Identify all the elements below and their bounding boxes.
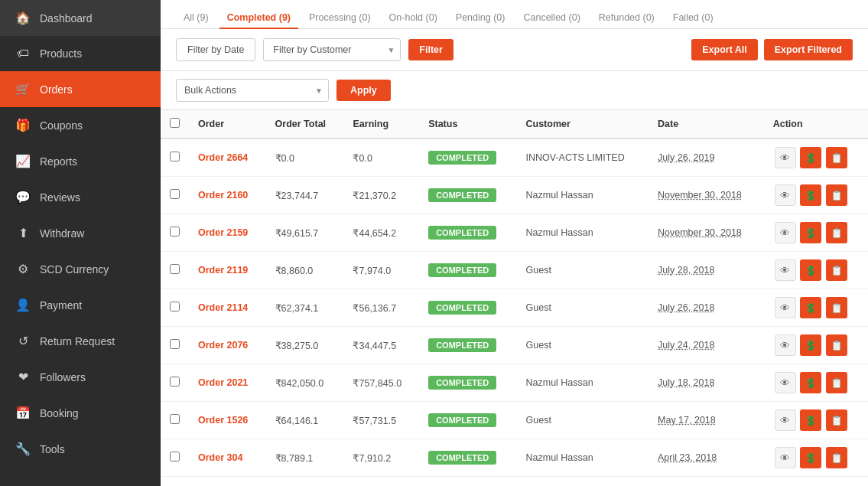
date-text: July 24, 2018 <box>658 340 714 351</box>
row-customer: Nazmul Hassan <box>517 177 649 214</box>
status-badge: Completed <box>428 376 496 390</box>
order-link[interactable]: Order 2160 <box>198 190 248 201</box>
sidebar-item-booking[interactable]: 📅 Booking <box>0 395 161 431</box>
edit-button[interactable]: 💲 <box>800 222 821 243</box>
row-checkbox[interactable] <box>170 189 180 199</box>
booking-icon: 📅 <box>15 406 31 420</box>
edit-button[interactable]: 💲 <box>800 409 821 431</box>
row-checkbox-cell <box>161 177 189 214</box>
edit-button[interactable]: 💲 <box>800 147 821 168</box>
row-customer: Guest <box>517 252 649 289</box>
th-order-total: Order Total <box>266 110 344 139</box>
tab-processing[interactable]: Processing (0) <box>301 8 379 29</box>
order-link[interactable]: Order 2114 <box>198 302 248 313</box>
view-button[interactable]: 👁 <box>775 409 796 431</box>
view-button[interactable]: 👁 <box>775 447 796 468</box>
row-checkbox-cell <box>161 439 189 477</box>
table-row: Order 2021 ₹842,050.0 ₹757,845.0 Complet… <box>161 364 868 402</box>
row-checkbox[interactable] <box>170 452 180 462</box>
tab-pending[interactable]: Pending (0) <box>448 8 513 29</box>
edit-button[interactable]: 💲 <box>800 447 821 468</box>
delete-button[interactable]: 📋 <box>826 372 847 393</box>
sidebar-item-reviews[interactable]: 💬 Reviews <box>0 179 161 215</box>
tab-failed[interactable]: Failed (0) <box>665 8 721 29</box>
view-button[interactable]: 👁 <box>775 147 796 168</box>
view-button[interactable]: 👁 <box>775 259 796 281</box>
orders-icon: 🛒 <box>15 82 31 96</box>
tab-all[interactable]: All (9) <box>176 8 216 29</box>
sidebar-item-withdraw[interactable]: ⬆ Withdraw <box>0 215 161 251</box>
edit-button[interactable]: 💲 <box>800 372 821 393</box>
sidebar-item-dashboard[interactable]: 🏠 Dashboard <box>0 0 161 36</box>
edit-button[interactable]: 💲 <box>800 297 821 318</box>
sidebar-item-followers[interactable]: ❤ Followers <box>0 359 161 395</box>
edit-button[interactable]: 💲 <box>800 334 821 356</box>
filter-date-button[interactable]: Filter by Date <box>176 38 255 61</box>
sidebar-item-orders[interactable]: 🛒 Orders <box>0 71 161 107</box>
tab-completed[interactable]: Completed (9) <box>219 8 298 29</box>
delete-button[interactable]: 📋 <box>826 409 847 431</box>
row-total: ₹49,615.7 <box>266 214 344 252</box>
delete-button[interactable]: 📋 <box>826 297 847 318</box>
export-filtered-button[interactable]: Export Filtered <box>764 39 853 60</box>
delete-button[interactable]: 📋 <box>826 447 847 468</box>
order-link[interactable]: Order 2664 <box>198 152 248 163</box>
payment-icon: 👤 <box>15 298 31 312</box>
row-checkbox[interactable] <box>170 414 180 424</box>
view-button[interactable]: 👁 <box>775 184 796 206</box>
order-link[interactable]: Order 2076 <box>198 340 248 351</box>
delete-button[interactable]: 📋 <box>826 259 847 281</box>
row-checkbox[interactable] <box>170 302 180 311</box>
row-checkbox[interactable] <box>170 264 180 274</box>
apply-button[interactable]: Apply <box>336 80 391 101</box>
row-action: 👁 💲 📋 <box>764 327 868 364</box>
order-link[interactable]: Order 2119 <box>198 265 248 276</box>
sidebar-item-return-request[interactable]: ↺ Return Request <box>0 323 161 359</box>
row-action: 👁 💲 📋 <box>764 139 868 177</box>
edit-button[interactable]: 💲 <box>800 184 821 206</box>
bulk-actions-select[interactable]: Bulk Actions <box>176 79 329 102</box>
filter-customer-select[interactable]: Filter by Customer <box>263 38 401 61</box>
row-checkbox[interactable] <box>170 227 180 236</box>
sidebar-item-coupons[interactable]: 🎁 Coupons <box>0 107 161 143</box>
view-button[interactable]: 👁 <box>775 222 796 243</box>
edit-button[interactable]: 💲 <box>800 259 821 281</box>
delete-button[interactable]: 📋 <box>826 222 847 243</box>
select-all-checkbox[interactable] <box>170 118 180 128</box>
date-text: April 23, 2018 <box>658 452 717 463</box>
tab-refunded[interactable]: Refunded (0) <box>591 8 662 29</box>
row-checkbox[interactable] <box>170 377 180 387</box>
row-earning: ₹7,974.0 <box>343 252 419 289</box>
order-link[interactable]: Order 2159 <box>198 227 248 238</box>
row-checkbox[interactable] <box>170 339 180 349</box>
sidebar-item-label: Orders <box>40 83 73 96</box>
row-total: ₹38,275.0 <box>266 327 344 364</box>
delete-button[interactable]: 📋 <box>826 334 847 356</box>
sidebar-item-tools[interactable]: 🔧 Tools <box>0 431 161 467</box>
sidebar-item-products[interactable]: 🏷 Products <box>0 36 161 71</box>
filter-button[interactable]: Filter <box>408 39 454 60</box>
row-status: Completed <box>419 439 516 477</box>
view-button[interactable]: 👁 <box>775 297 796 318</box>
tab-on-hold[interactable]: On-hold (0) <box>382 8 445 29</box>
delete-button[interactable]: 📋 <box>826 147 847 168</box>
row-order: Order 2159 <box>189 214 266 252</box>
order-link[interactable]: Order 304 <box>198 452 242 463</box>
order-link[interactable]: Order 2021 <box>198 377 248 388</box>
main-content: All (9)Completed (9)Processing (0)On-hol… <box>161 0 868 486</box>
sidebar-item-payment[interactable]: 👤 Payment <box>0 287 161 323</box>
row-earning: ₹56,136.7 <box>343 289 419 327</box>
view-button[interactable]: 👁 <box>775 372 796 393</box>
sidebar-item-reports[interactable]: 📈 Reports <box>0 143 161 179</box>
row-status: Completed <box>419 139 516 177</box>
order-link[interactable]: Order 1526 <box>198 415 248 426</box>
sidebar-item-scd-currency[interactable]: ⚙ SCD Currency <box>0 251 161 287</box>
delete-button[interactable]: 📋 <box>826 184 847 206</box>
orders-table: Order Order Total Earning Status Custome… <box>161 110 868 477</box>
view-button[interactable]: 👁 <box>775 334 796 356</box>
export-all-button[interactable]: Export All <box>691 39 758 60</box>
tab-cancelled[interactable]: Cancelled (0) <box>515 8 587 29</box>
row-customer: Nazmul Hassan <box>517 214 649 252</box>
scd-currency-icon: ⚙ <box>15 262 31 276</box>
row-checkbox[interactable] <box>170 152 180 161</box>
